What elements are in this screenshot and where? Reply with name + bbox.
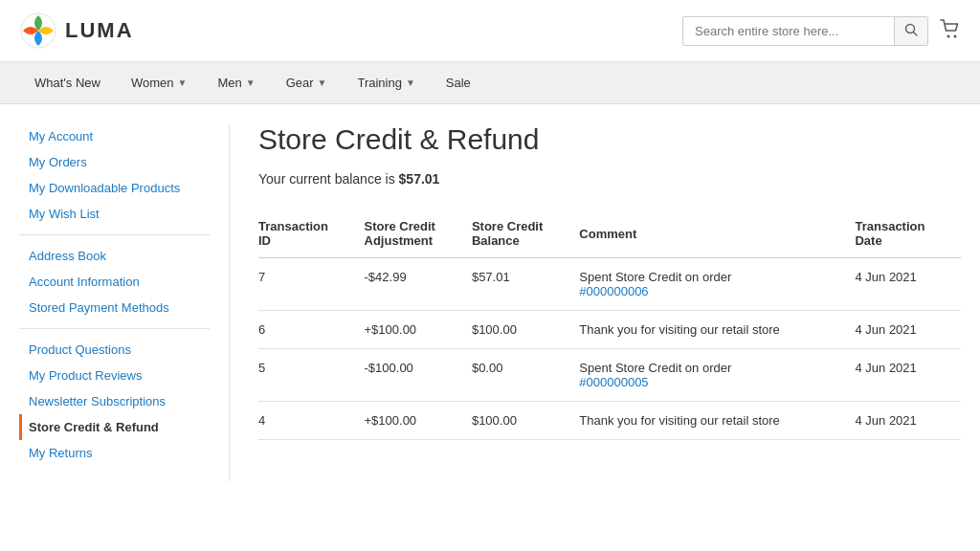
sidebar: My Account My Orders My Downloadable Pro… xyxy=(19,123,230,481)
cell-date: 4 Jun 2021 xyxy=(855,311,961,349)
main-content: Store Credit & Refund Your current balan… xyxy=(230,123,961,481)
cell-balance: $100.00 xyxy=(472,311,579,349)
cart-icon[interactable] xyxy=(940,19,961,43)
cell-transaction-id: 6 xyxy=(258,311,365,349)
col-header-store-credit-adjustment: Store CreditAdjustment xyxy=(365,209,472,258)
order-link[interactable]: #000000006 xyxy=(579,284,843,298)
sidebar-group-other: Product Questions My Product Reviews New… xyxy=(19,337,210,474)
sidebar-item-my-product-reviews[interactable]: My Product Reviews xyxy=(19,363,210,388)
page-body: My Account My Orders My Downloadable Pro… xyxy=(0,104,980,500)
cell-date: 4 Jun 2021 xyxy=(855,349,961,402)
col-header-comment: Comment xyxy=(579,209,855,258)
chevron-down-icon: ▼ xyxy=(178,77,188,88)
sidebar-item-newsletter-subscriptions[interactable]: Newsletter Subscriptions xyxy=(19,388,210,414)
cell-adjustment: -$42.99 xyxy=(365,258,472,311)
credit-table: TransactionID Store CreditAdjustment Sto… xyxy=(258,209,961,440)
col-header-store-credit-balance: Store CreditBalance xyxy=(472,209,579,258)
nav-item-training[interactable]: Training ▼ xyxy=(342,62,430,103)
nav-item-sale[interactable]: Sale xyxy=(431,62,486,103)
cell-balance: $100.00 xyxy=(472,402,579,440)
sidebar-item-account-information[interactable]: Account Information xyxy=(19,269,210,295)
nav-item-gear[interactable]: Gear ▼ xyxy=(271,62,343,103)
col-header-transaction-date: TransactionDate xyxy=(855,209,961,258)
search-icon xyxy=(904,23,918,36)
cell-comment: Spent Store Credit on order#000000006 xyxy=(579,258,855,311)
nav-item-whats-new[interactable]: What's New xyxy=(19,62,116,103)
sidebar-item-stored-payment-methods[interactable]: Stored Payment Methods xyxy=(19,295,210,320)
cell-date: 4 Jun 2021 xyxy=(855,402,961,440)
table-row: 7 -$42.99 $57.01 Spent Store Credit on o… xyxy=(258,258,961,311)
balance-amount: $57.01 xyxy=(399,171,440,187)
chevron-down-icon: ▼ xyxy=(246,77,256,88)
balance-text: Your current balance is $57.01 xyxy=(258,171,961,187)
site-header: LUMA xyxy=(0,0,980,62)
sidebar-item-address-book[interactable]: Address Book xyxy=(19,243,210,269)
nav-item-women[interactable]: Women ▼ xyxy=(116,62,202,103)
cell-transaction-id: 7 xyxy=(258,258,365,311)
sidebar-item-product-questions[interactable]: Product Questions xyxy=(19,337,210,363)
search-box xyxy=(682,16,928,46)
table-header: TransactionID Store CreditAdjustment Sto… xyxy=(258,209,961,258)
cell-comment: Thank you for visiting our retail store xyxy=(579,402,855,440)
cell-adjustment: +$100.00 xyxy=(365,402,472,440)
chevron-down-icon: ▼ xyxy=(406,77,415,88)
sidebar-item-my-returns[interactable]: My Returns xyxy=(19,440,210,466)
cart-svg xyxy=(940,19,961,40)
logo-text: LUMA xyxy=(65,18,134,43)
page-title: Store Credit & Refund xyxy=(258,123,961,156)
chevron-down-icon: ▼ xyxy=(318,77,327,88)
table-row: 6 +$100.00 $100.00 Thank you for visitin… xyxy=(258,311,961,349)
cell-balance: $0.00 xyxy=(472,349,579,402)
cell-transaction-id: 4 xyxy=(258,402,365,440)
nav-item-men[interactable]: Men ▼ xyxy=(202,62,270,103)
svg-point-4 xyxy=(954,34,957,37)
luma-logo-icon xyxy=(19,11,57,50)
cell-balance: $57.01 xyxy=(472,258,579,311)
sidebar-item-store-credit-refund[interactable]: Store Credit & Refund xyxy=(19,414,210,440)
sidebar-item-my-account[interactable]: My Account xyxy=(19,123,210,149)
cell-comment: Thank you for visiting our retail store xyxy=(579,311,855,349)
sidebar-item-my-downloadable-products[interactable]: My Downloadable Products xyxy=(19,175,210,201)
sidebar-group-account: My Account My Orders My Downloadable Pro… xyxy=(19,123,210,235)
svg-point-3 xyxy=(947,34,950,37)
col-header-transaction-id: TransactionID xyxy=(258,209,365,258)
cell-adjustment: +$100.00 xyxy=(365,311,472,349)
header-right xyxy=(682,16,961,46)
sidebar-group-info: Address Book Account Information Stored … xyxy=(19,243,210,329)
logo-area[interactable]: LUMA xyxy=(19,11,134,50)
sidebar-item-my-orders[interactable]: My Orders xyxy=(19,149,210,175)
search-input[interactable] xyxy=(683,18,894,44)
svg-line-2 xyxy=(914,32,918,35)
table-row: 5 -$100.00 $0.00 Spent Store Credit on o… xyxy=(258,349,961,402)
sidebar-item-my-wish-list[interactable]: My Wish List xyxy=(19,201,210,227)
cell-transaction-id: 5 xyxy=(258,349,365,402)
main-nav: What's New Women ▼ Men ▼ Gear ▼ Training… xyxy=(0,62,980,104)
cell-adjustment: -$100.00 xyxy=(365,349,472,402)
cell-comment: Spent Store Credit on order#000000005 xyxy=(579,349,855,402)
table-body: 7 -$42.99 $57.01 Spent Store Credit on o… xyxy=(258,258,961,440)
cell-date: 4 Jun 2021 xyxy=(855,258,961,311)
order-link[interactable]: #000000005 xyxy=(579,375,843,389)
search-button[interactable] xyxy=(894,17,927,45)
table-row: 4 +$100.00 $100.00 Thank you for visitin… xyxy=(258,402,961,440)
